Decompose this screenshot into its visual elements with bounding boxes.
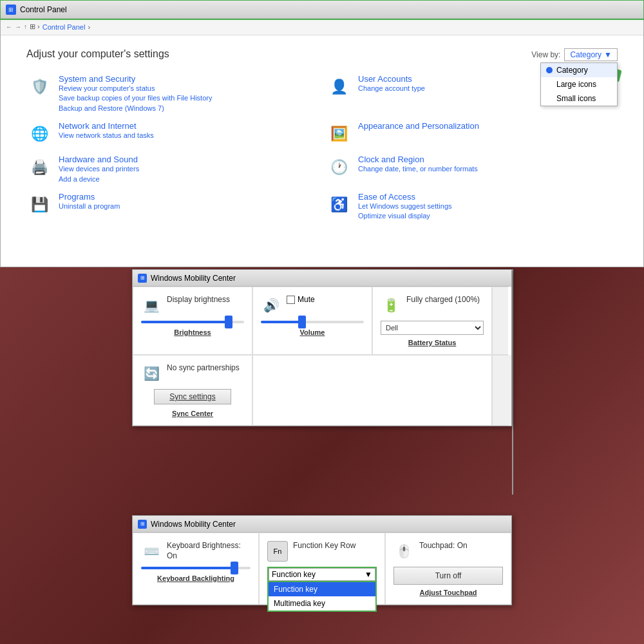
dropdown-item-category[interactable]: Category	[541, 63, 617, 77]
mobility2-window-icon: ⊞	[138, 520, 147, 529]
category-clock: 🕐 Clock and Region Change date, time, or…	[326, 155, 618, 184]
mobility-window-2: ⊞ Windows Mobility Center ⌨️ Keyboard Br…	[132, 515, 512, 605]
system-security-title[interactable]: System and Security	[59, 74, 135, 84]
breadcrumb-home: ⊞ ›	[30, 23, 40, 31]
sync-title: No sync partnerships	[167, 363, 240, 374]
dropdown-category-label: Category	[556, 66, 588, 75]
mute-checkbox[interactable]: Mute	[287, 295, 315, 304]
battery-icon: 🔋	[381, 295, 401, 316]
volume-icon: 🔊	[261, 295, 281, 316]
ease-link2[interactable]: Optimize visual display	[358, 211, 452, 221]
volume-label: Volume	[261, 328, 364, 336]
dropdown-large-icons-label: Large icons	[556, 80, 596, 89]
nav-back-arrow[interactable]: ←	[6, 23, 12, 30]
volume-thumb[interactable]	[298, 316, 306, 328]
user-accounts-info: User Accounts Change account type	[358, 74, 425, 93]
hardware-link2[interactable]: Add a device	[59, 175, 139, 184]
brightness-label: Brightness	[141, 328, 244, 336]
vertical-divider	[512, 269, 513, 495]
keyboard-icon: ⌨️	[141, 541, 162, 562]
fn-option-multimedia[interactable]: Multimedia key	[269, 596, 375, 611]
keyboard-slider-container	[141, 567, 251, 569]
mute-checkbox-box[interactable]	[287, 296, 295, 304]
brightness-cell: 💻 Display brightness Brightness	[133, 287, 252, 355]
mobility-window-icon: ⊞	[138, 274, 147, 283]
brightness-thumb[interactable]	[225, 316, 232, 328]
nav-up-arrow[interactable]: ↑	[24, 23, 27, 30]
hardware-title[interactable]: Hardware and Sound	[59, 155, 138, 164]
sync-settings-button[interactable]: Sync settings	[154, 389, 231, 404]
programs-title[interactable]: Programs	[59, 192, 95, 202]
battery-label: Battery Status	[381, 339, 484, 346]
brightness-title: Display brightness	[167, 295, 230, 305]
clock-link1[interactable]: Change date, time, or number formats	[358, 164, 478, 174]
brightness-header: 💻 Display brightness	[141, 295, 244, 316]
battery-header: 🔋 Fully charged (100%)	[381, 295, 484, 316]
appearance-icon: 🖼️	[326, 121, 352, 147]
network-title[interactable]: Network and Internet	[59, 121, 137, 131]
programs-link1[interactable]: Uninstall a program	[59, 202, 120, 211]
fn-select-display[interactable]: Function key ▼	[269, 568, 375, 581]
user-accounts-link1[interactable]: Change account type	[358, 84, 425, 93]
user-accounts-title[interactable]: User Accounts	[358, 74, 412, 84]
dropdown-item-large-icons[interactable]: Large icons	[541, 77, 617, 91]
brightness-track	[141, 321, 229, 323]
system-security-link3[interactable]: Backup and Restore (Windows 7)	[59, 104, 212, 113]
brightness-slider[interactable]	[141, 321, 244, 323]
breadcrumb-sep: ›	[88, 23, 90, 31]
keyboard-label: Keyboard Backlighting	[141, 574, 251, 582]
keyboard-thumb[interactable]	[231, 562, 238, 574]
breadcrumb-current[interactable]: Control Panel	[43, 23, 86, 31]
battery-status: Fully charged (100%)	[406, 295, 480, 304]
ease-icon: ♿	[326, 192, 352, 218]
battery-profile-select[interactable]: Dell	[381, 321, 484, 335]
touchpad-title: Touchpad: On	[419, 541, 468, 551]
battery-cell: 🔋 Fully charged (100%) Dell Battery Stat…	[372, 287, 492, 355]
mobility-titlebar-2: ⊞ Windows Mobility Center	[133, 516, 511, 533]
ease-title[interactable]: Ease of Access	[358, 192, 415, 202]
dropdown-item-small-icons[interactable]: Small icons	[541, 91, 617, 106]
cp-categories: 🛡️ System and Security Review your compu…	[26, 74, 618, 222]
volume-slider-container	[261, 321, 364, 323]
user-accounts-icon: 👤	[326, 74, 352, 100]
touchpad-turn-off-button[interactable]: Turn off	[393, 567, 503, 585]
volume-header: 🔊 Mute	[261, 295, 364, 316]
volume-slider[interactable]	[261, 321, 364, 323]
appearance-info: Appearance and Personalization	[358, 121, 479, 131]
fn-option-function[interactable]: Function key	[269, 582, 375, 596]
keyboard-track	[141, 567, 234, 569]
radio-dot	[546, 67, 553, 73]
view-by-dropdown: Category Large icons Small icons	[540, 62, 618, 106]
fn-dropdown-container: Function key ▼ Function key Multimedia k…	[267, 567, 377, 582]
fn-chevron-icon: ▼	[365, 570, 372, 579]
ease-link1[interactable]: Let Windows suggest settings	[358, 202, 452, 211]
brightness-slider-container	[141, 321, 244, 323]
mobility-window-1: ⊞ Windows Mobility Center 💻 Display brig…	[132, 269, 512, 426]
fnrow-title: Function Key Row	[293, 541, 355, 551]
sync-header: 🔄 No sync partnerships	[141, 363, 244, 384]
network-link1[interactable]: View network status and tasks	[59, 131, 154, 140]
view-by-label: View by:	[531, 50, 560, 59]
hardware-icon: 🖨️	[26, 155, 52, 180]
category-ease: ♿ Ease of Access Let Windows suggest set…	[326, 192, 618, 222]
appearance-title[interactable]: Appearance and Personalization	[358, 121, 479, 131]
clock-title[interactable]: Clock and Region	[358, 155, 424, 164]
titlebar: ⊞ Control Panel	[1, 1, 643, 19]
touchpad-header: 🖱️ Touchpad: On	[393, 541, 503, 562]
mobility2-content: ⌨️ Keyboard Brightness: On Keyboard Back…	[133, 533, 511, 605]
nav-forward-arrow[interactable]: →	[15, 23, 21, 30]
fnrow-icon: Fn	[267, 541, 288, 562]
fnrow-cell: Fn Function Key Row Function key ▼ Funct…	[259, 533, 385, 605]
hardware-link1[interactable]: View devices and printers	[59, 164, 139, 174]
system-security-link2[interactable]: Save backup copies of your files with Fi…	[59, 93, 212, 103]
titlebar-title: Control Panel	[20, 5, 67, 14]
mobility-title-1: Windows Mobility Center	[151, 274, 236, 283]
category-network: 🌐 Network and Internet View network stat…	[26, 121, 318, 147]
system-security-icon: 🛡️	[26, 74, 52, 100]
system-security-link1[interactable]: Review your computer's status	[59, 84, 212, 93]
ease-info: Ease of Access Let Windows suggest setti…	[358, 192, 452, 222]
keyboard-slider[interactable]	[141, 567, 251, 569]
empty-cell	[252, 355, 492, 426]
programs-icon: 💾	[26, 192, 52, 218]
control-panel-window: ⊞ Control Panel ← → ↑ ⊞ › Control Panel …	[0, 0, 644, 267]
